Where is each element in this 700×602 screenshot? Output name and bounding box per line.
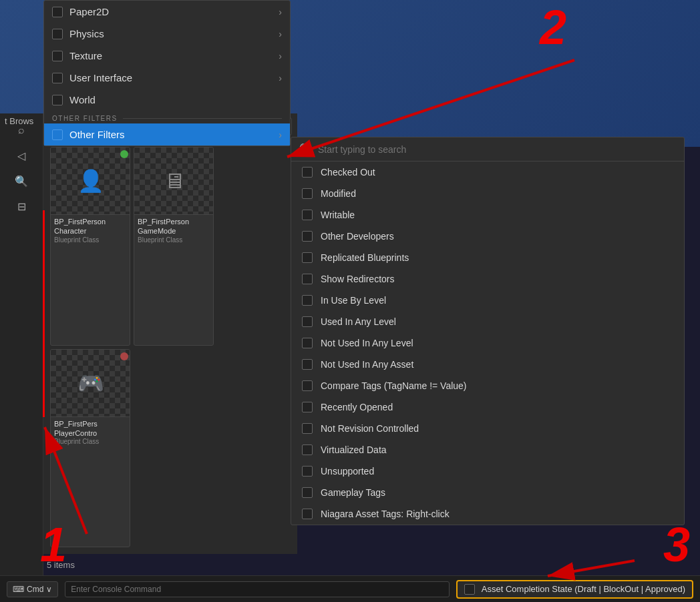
arrow-texture: › (279, 51, 282, 61)
menu-item-world[interactable]: World (44, 89, 290, 111)
of-checkbox-asset-completion[interactable] (464, 584, 475, 595)
of-item-not-used-in-any-asset[interactable]: Not Used In Any Asset (291, 354, 684, 375)
checkbox-paper2d[interactable] (52, 7, 63, 17)
last-filter-item[interactable]: Asset Completion State (Draft | BlockOut… (456, 580, 693, 599)
console-input[interactable] (65, 581, 449, 597)
ab-search-icon-2[interactable]: 🔍 (11, 171, 31, 191)
blueprint-card-gamemode[interactable]: 🖥 BP_FirstPerson GameMode Blueprint Clas… (134, 147, 214, 346)
arrow-physics: › (279, 29, 282, 39)
checkbox-user-interface[interactable] (52, 73, 63, 83)
of-checkbox-checkedout[interactable] (302, 167, 313, 178)
of-search-bar: 🔍 (291, 137, 684, 162)
menu-item-physics[interactable]: Physics › (44, 23, 290, 45)
of-item-gameplay-tags[interactable]: Gameplay Tags (291, 482, 684, 503)
of-item-virtualized-data[interactable]: Virtualized Data (291, 439, 684, 461)
of-search-icon: 🔍 (299, 143, 313, 156)
menu-item-texture[interactable]: Texture › (44, 45, 290, 67)
of-checkbox-virtualized-data[interactable] (302, 444, 313, 455)
of-item-not-used-in-any-level[interactable]: Not Used In Any Level (291, 332, 684, 354)
of-item-unsupported[interactable]: Unsupported (291, 461, 684, 482)
of-item-other-developers[interactable]: Other Developers (291, 226, 684, 247)
of-label-writable: Writable (321, 210, 355, 220)
menu-label-other-filters: Other Filters (69, 129, 125, 140)
of-label-modified: Modified (321, 188, 356, 199)
of-checkbox-niagara[interactable] (302, 509, 313, 519)
checkbox-physics[interactable] (52, 29, 63, 39)
annotation-3: 3 (663, 521, 690, 569)
of-checkbox-gameplay-tags[interactable] (302, 487, 313, 498)
arrow-user-interface: › (279, 73, 282, 83)
of-checkbox-replicated-blueprints[interactable] (302, 252, 313, 263)
of-checkbox-recently-opened[interactable] (302, 402, 313, 412)
checkbox-other-filters[interactable] (52, 129, 63, 140)
bp-thumb-character: 👤 (51, 147, 130, 214)
ab-filter-icon[interactable]: ⊟ (11, 196, 31, 216)
menu-item-user-interface[interactable]: User Interface › (44, 67, 290, 89)
of-item-niagara[interactable]: Niagara Asset Tags: Right-click (291, 503, 684, 525)
of-checkbox-not-used-in-any-level[interactable] (302, 338, 313, 348)
of-checkbox-used-in-any-level[interactable] (302, 316, 313, 327)
of-label-show-redirectors: Show Redirectors (321, 274, 395, 284)
bp-badge-playercontrol (120, 352, 128, 360)
bp-icon-gamemode: 🖥 (164, 169, 185, 194)
of-item-not-revision-controlled[interactable]: Not Revision Controlled (291, 418, 684, 439)
of-item-replicated-blueprints[interactable]: Replicated Blueprints (291, 247, 684, 268)
of-label-gameplay-tags: Gameplay Tags (321, 487, 385, 498)
of-checkbox-writable[interactable] (302, 210, 313, 220)
content-area: ≡ ∨ 🔍 👤 BP_FirstPerson Character Bluepri… (43, 113, 297, 554)
of-label-not-revision-controlled: Not Revision Controlled (321, 423, 419, 434)
of-item-used-in-any-level[interactable]: Used In Any Level (291, 311, 684, 332)
blueprint-card-character[interactable]: 👤 BP_FirstPerson Character Blueprint Cla… (50, 147, 130, 346)
of-label-in-use-by-level: In Use By Level (321, 295, 386, 306)
of-checkbox-not-used-in-any-asset[interactable] (302, 359, 313, 370)
ab-nav-back-icon[interactable]: ◁ (11, 145, 31, 166)
bp-info-gamemode: BP_FirstPerson GameMode Blueprint Class (134, 214, 213, 246)
of-checkbox-in-use-by-level[interactable] (302, 295, 313, 306)
of-checkbox-modified[interactable] (302, 188, 313, 199)
of-label-not-used-in-any-asset: Not Used In Any Asset (321, 359, 413, 370)
of-checkbox-not-revision-controlled[interactable] (302, 423, 313, 434)
checkbox-texture[interactable] (52, 51, 63, 61)
annotation-line-1 (43, 210, 45, 417)
blueprint-card-playercontrol[interactable]: 🎮 BP_FirstPers PlayerContro Blueprint Cl… (50, 349, 130, 548)
of-checkbox-unsupported[interactable] (302, 466, 313, 477)
status-bar: ⌨ Cmd ∨ Asset Completion State (Draft | … (0, 575, 700, 602)
cmd-button[interactable]: ⌨ Cmd ∨ (7, 581, 58, 597)
bp-name-gamemode: BP_FirstPerson GameMode (138, 217, 210, 236)
bp-thumb-gamemode: 🖥 (134, 147, 214, 214)
of-label-used-in-any-level: Used In Any Level (321, 316, 396, 327)
of-search-input[interactable] (318, 144, 676, 155)
menu-label-paper2d: Paper2D (69, 6, 109, 17)
checkbox-world[interactable] (52, 95, 63, 105)
menu-item-other-filters[interactable]: Other Filters › (44, 123, 290, 145)
of-item-checkedout[interactable]: Checked Out (291, 162, 684, 183)
menu-item-paper2d[interactable]: Paper2D › (44, 1, 290, 23)
bp-info-playercontrol: BP_FirstPers PlayerContro Blueprint Clas… (51, 416, 130, 448)
of-item-modified[interactable]: Modified (291, 183, 684, 204)
arrow-paper2d: › (279, 7, 282, 17)
bp-name-character: BP_FirstPerson Character (54, 217, 126, 236)
menu-label-physics: Physics (69, 28, 104, 39)
other-filters-panel: 🔍 Checked Out Modified Writable Other De… (291, 137, 685, 525)
of-item-in-use-by-level[interactable]: In Use By Level (291, 290, 684, 311)
of-item-show-redirectors[interactable]: Show Redirectors (291, 268, 684, 290)
svg-line-5 (548, 561, 635, 576)
bp-type-gamemode: Blueprint Class (138, 236, 210, 244)
bp-type-character: Blueprint Class (54, 236, 126, 244)
arrow-other-filters: › (279, 129, 282, 140)
bp-thumb-playercontrol: 🎮 (51, 350, 130, 416)
of-item-writable[interactable]: Writable (291, 204, 684, 226)
of-item-compare-tags[interactable]: Compare Tags (TagName != Value) (291, 375, 684, 396)
filter-dropdown-menu: Paper2D › Physics › Texture › User Inter… (43, 0, 291, 146)
blueprint-grid: 👤 BP_FirstPerson Character Blueprint Cla… (43, 140, 297, 554)
of-items-list: Checked Out Modified Writable Other Deve… (291, 162, 684, 525)
of-checkbox-compare-tags[interactable] (302, 380, 313, 391)
bp-icon-playercontrol: 🎮 (77, 370, 104, 396)
bp-info-character: BP_FirstPerson Character Blueprint Class (51, 214, 130, 246)
of-item-recently-opened[interactable]: Recently Opened (291, 396, 684, 418)
of-checkbox-other-developers[interactable] (302, 231, 313, 242)
cmd-icon: ⌨ (13, 585, 24, 594)
of-label-replicated-blueprints: Replicated Blueprints (321, 252, 409, 263)
of-checkbox-show-redirectors[interactable] (302, 274, 313, 284)
of-label-recently-opened: Recently Opened (321, 402, 393, 412)
